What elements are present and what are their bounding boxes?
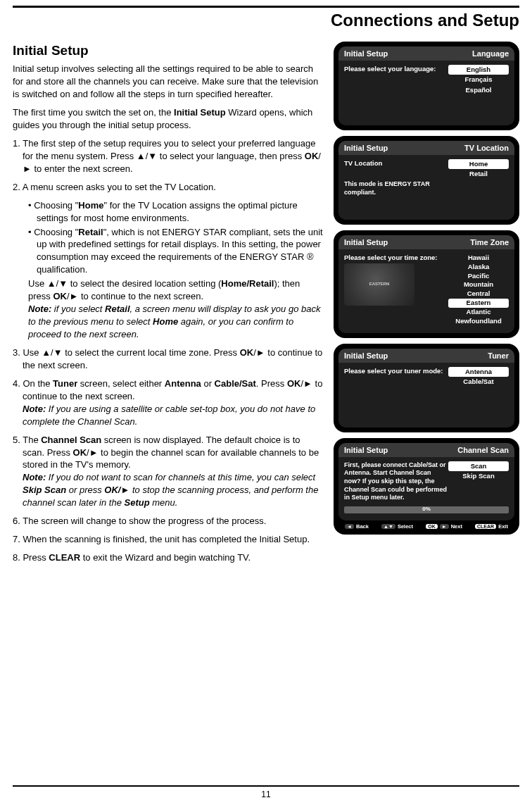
option-espanol[interactable]: Español <box>448 85 509 95</box>
option-scan[interactable]: Scan <box>448 461 509 471</box>
option-skip-scan[interactable]: Skip Scan <box>448 471 509 481</box>
left-arrow-icon: ◄ <box>345 524 354 529</box>
screen-header: Initial Setup TV Location <box>338 141 514 155</box>
text: If you are using a satellite or cable se… <box>23 404 315 427</box>
text: 5. The <box>13 435 41 445</box>
bold: Skip Scan <box>23 485 66 495</box>
option-atlantic[interactable]: Atlantic <box>448 308 509 317</box>
screen-title: Initial Setup <box>344 49 388 58</box>
screen-category: Channel Scan <box>457 446 509 454</box>
text: Use ▲/▼ to select the desired location s… <box>28 278 221 289</box>
text: screen, select either <box>77 378 165 389</box>
option-cable-sat[interactable]: Cable/Sat <box>448 377 509 387</box>
step-1: 1. The first step of the setup requires … <box>23 137 324 175</box>
screen-body: Please select your language: English Fra… <box>338 61 514 125</box>
screen-left: TV Location This mode is ENERGY STAR com… <box>344 159 448 213</box>
bold: OK <box>73 447 87 458</box>
text: or press <box>66 485 104 495</box>
note-label: Note: <box>28 304 51 314</box>
intro-paragraph-1: Initial setup involves selecting all the… <box>13 63 324 101</box>
map-label: EASTERN <box>369 282 390 287</box>
option-antenna[interactable]: Antenna <box>448 367 509 377</box>
option-home[interactable]: Home <box>448 159 509 169</box>
screen-category: TV Location <box>464 144 509 152</box>
option-english[interactable]: English <box>448 65 509 75</box>
clear-key-icon: CLEAR <box>475 524 496 529</box>
option-hawaii[interactable]: Hawaii <box>448 254 509 263</box>
text: If you do not want to scan for channels … <box>46 472 315 482</box>
option-list: Antenna Cable/Sat <box>448 367 509 420</box>
note-label: Note: <box>23 404 46 414</box>
bottom-rule <box>13 785 519 787</box>
bold: CLEAR <box>49 552 80 563</box>
nav-back: ◄Back <box>345 523 369 530</box>
step-2-bullet-2: • Choosing "Retail", which is not ENERGY… <box>37 226 324 277</box>
manual-page: Connections and Setup Initial Setup Init… <box>0 0 532 805</box>
option-pacific[interactable]: Pacific <box>448 272 509 281</box>
nav-label: Select <box>398 523 413 530</box>
screen-category: Time Zone <box>470 238 509 247</box>
bold: Setup <box>125 497 150 508</box>
nav-label: Back <box>356 523 369 530</box>
option-retail[interactable]: Retail <box>448 169 509 179</box>
step-2-bullet-1: • Choosing "Home" for the TV Location as… <box>37 199 324 225</box>
option-newfoundland[interactable]: Newfoundland <box>448 317 509 326</box>
bold: Antenna <box>165 378 201 389</box>
text: 8. Press <box>13 552 49 563</box>
step-5: 5. The Channel Scan screen is now displa… <box>23 434 324 510</box>
option-list: Scan Skip Scan <box>448 461 509 502</box>
page-footer: 11 <box>13 785 519 799</box>
screen-prompt: First, please connect Cable/Sat or Anten… <box>344 461 448 502</box>
nav-hints: ◄Back ▲▼Select OK►Next CLEARExit <box>338 523 514 530</box>
step-3: 3. Use ▲/▼ to select the current local t… <box>23 347 324 372</box>
step-2: 2. A menu screen asks you to set the TV … <box>23 181 324 194</box>
option-alaska[interactable]: Alaska <box>448 263 509 272</box>
screen-header: Initial Setup Language <box>338 46 514 61</box>
text: to exit the Wizard and begin watching TV… <box>80 552 251 563</box>
option-mountain[interactable]: Mountain <box>448 280 509 289</box>
screen-title: Initial Setup <box>344 446 388 454</box>
bold: OK <box>305 151 319 161</box>
text: /► to continue to the next screen. <box>67 291 203 301</box>
text: • Choosing " <box>28 200 78 211</box>
screen-tv-location: Initial Setup TV Location TV Location Th… <box>334 136 519 225</box>
bold: Home <box>78 200 103 211</box>
option-list: English Français Español <box>448 65 509 118</box>
updown-arrow-icon: ▲▼ <box>381 524 395 529</box>
step-2-use: Use ▲/▼ to select the desired location s… <box>28 277 324 341</box>
note-label: Note: <box>23 472 46 482</box>
text: • Choosing " <box>28 227 78 237</box>
screen-body: Please select your tuner mode: Antenna C… <box>338 363 514 428</box>
top-rule <box>13 6 519 8</box>
option-central[interactable]: Central <box>448 289 509 299</box>
screen-category: Language <box>472 49 509 58</box>
screen-prompt: Please select your time zone: <box>344 254 448 262</box>
section-title: Connections and Setup <box>13 11 519 30</box>
nav-next: OK►Next <box>426 523 462 530</box>
screen-language: Initial Setup Language Please select you… <box>334 42 519 130</box>
bold: Tuner <box>53 378 77 389</box>
option-list: Hawaii Alaska Pacific Mountain Central E… <box>448 254 509 326</box>
article-heading: Initial Setup <box>13 42 324 60</box>
bold: Cable/Sat <box>215 378 256 389</box>
screen-title: Initial Setup <box>344 238 388 247</box>
text: if you select <box>51 304 105 314</box>
article-column: Initial Setup Initial setup involves sel… <box>13 42 324 570</box>
screen-body: First, please connect Cable/Sat or Anten… <box>338 457 514 520</box>
screen-note: This mode is ENERGY STAR compliant. <box>344 180 448 196</box>
screen-header: Initial Setup Channel Scan <box>338 443 514 457</box>
progress-bar: 0% <box>344 506 509 513</box>
right-arrow-icon: ► <box>440 524 449 529</box>
option-eastern[interactable]: Eastern <box>448 299 509 308</box>
screen-prompt: Please select your tuner mode: <box>344 367 448 420</box>
screens-column: Initial Setup Language Please select you… <box>334 42 519 570</box>
step-8: 8. Press CLEAR to exit the Wizard and be… <box>23 551 324 564</box>
text: 4. On the <box>13 378 53 389</box>
screen-body: TV Location This mode is ENERGY STAR com… <box>338 155 514 220</box>
option-francais[interactable]: Français <box>448 75 509 85</box>
screen-time-zone: Initial Setup Time Zone Please select yo… <box>334 230 519 338</box>
text: 1. The first step of the setup requires … <box>13 138 315 161</box>
intro-paragraph-2: The first time you switch the set on, th… <box>13 106 324 132</box>
screen-left: Please select your time zone: EASTERN <box>344 254 448 326</box>
page-number: 11 <box>13 790 519 799</box>
